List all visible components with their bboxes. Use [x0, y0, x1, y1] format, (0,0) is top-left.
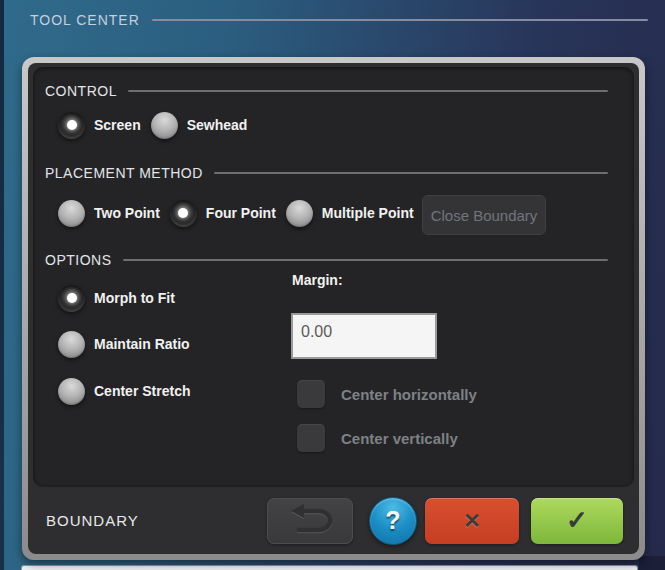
radio-center-stretch-label: Center Stretch: [94, 383, 190, 399]
placement-method-section-header: PLACEMENT METHOD: [45, 165, 608, 181]
question-mark-icon: ?: [385, 506, 400, 535]
center-horizontally-label: Center horizontally: [341, 386, 477, 403]
page-title: TOOL CENTER: [30, 12, 140, 28]
radio-multiple-point[interactable]: Multiple Point: [286, 200, 414, 227]
x-icon: ✕: [463, 509, 481, 533]
checkbox-center-horizontally[interactable]: Center horizontally: [297, 380, 477, 408]
undo-button[interactable]: [267, 498, 353, 544]
radio-screen-label: Screen: [94, 117, 141, 133]
radio-unselected-icon: [58, 378, 85, 405]
tool-center-dialog: CONTROL Screen Sewhead PLACEMENT METHOD: [22, 57, 645, 560]
background-window-top-edge: [21, 565, 638, 570]
radio-center-stretch[interactable]: Center Stretch: [58, 377, 190, 405]
radio-morph-to-fit[interactable]: Morph to Fit: [58, 284, 175, 312]
cancel-button[interactable]: ✕: [425, 498, 519, 544]
help-button[interactable]: ?: [369, 497, 417, 545]
checkbox-icon: [297, 380, 325, 408]
radio-maintain-ratio-label: Maintain Ratio: [94, 336, 190, 352]
radio-selected-icon: [58, 285, 85, 312]
control-heading: CONTROL: [45, 83, 117, 99]
options-heading: OPTIONS: [45, 252, 112, 268]
radio-unselected-icon: [151, 112, 178, 139]
control-section-header: CONTROL: [45, 83, 608, 99]
radio-morph-to-fit-label: Morph to Fit: [94, 290, 175, 306]
close-boundary-button[interactable]: Close Boundary: [422, 195, 546, 235]
section-rule: [128, 90, 608, 92]
settings-area: CONTROL Screen Sewhead PLACEMENT METHOD: [33, 67, 634, 487]
radio-unselected-icon: [58, 331, 85, 358]
options-section-header: OPTIONS: [45, 252, 608, 268]
radio-four-point[interactable]: Four Point: [170, 200, 276, 227]
dialog-footer: BOUNDARY ? ✕ ✓: [33, 487, 634, 554]
control-radio-group: Screen Sewhead: [58, 111, 247, 139]
radio-maintain-ratio[interactable]: Maintain Ratio: [58, 330, 190, 358]
confirm-button[interactable]: ✓: [531, 498, 623, 544]
dialog-body: CONTROL Screen Sewhead PLACEMENT METHOD: [28, 63, 639, 554]
radio-multiple-point-label: Multiple Point: [322, 205, 414, 221]
close-boundary-label: Close Boundary: [431, 207, 538, 224]
checkbox-center-vertically[interactable]: Center vertically: [297, 424, 458, 452]
checkmark-icon: ✓: [566, 505, 588, 536]
margin-input[interactable]: [291, 313, 437, 359]
section-rule: [214, 172, 608, 174]
checkbox-icon: [297, 424, 325, 452]
placement-radio-group: Two Point Four Point Multiple Point: [58, 199, 414, 227]
radio-two-point[interactable]: Two Point: [58, 200, 160, 227]
screen-left-edge: [0, 0, 4, 570]
radio-sewhead-label: Sewhead: [187, 117, 248, 133]
title-divider-line: [152, 19, 648, 21]
radio-screen[interactable]: Screen: [58, 112, 141, 139]
title-bar: TOOL CENTER: [30, 10, 648, 30]
radio-selected-icon: [58, 112, 85, 139]
background-window-corner: [639, 556, 665, 570]
radio-unselected-icon: [286, 200, 313, 227]
placement-method-heading: PLACEMENT METHOD: [45, 165, 203, 181]
margin-label: Margin:: [292, 272, 343, 288]
radio-unselected-icon: [58, 200, 85, 227]
undo-icon: [284, 502, 336, 540]
radio-sewhead[interactable]: Sewhead: [151, 112, 248, 139]
radio-selected-icon: [170, 200, 197, 227]
center-vertically-label: Center vertically: [341, 430, 458, 447]
boundary-label: BOUNDARY: [46, 512, 139, 529]
radio-four-point-label: Four Point: [206, 205, 276, 221]
radio-two-point-label: Two Point: [94, 205, 160, 221]
section-rule: [123, 259, 608, 261]
